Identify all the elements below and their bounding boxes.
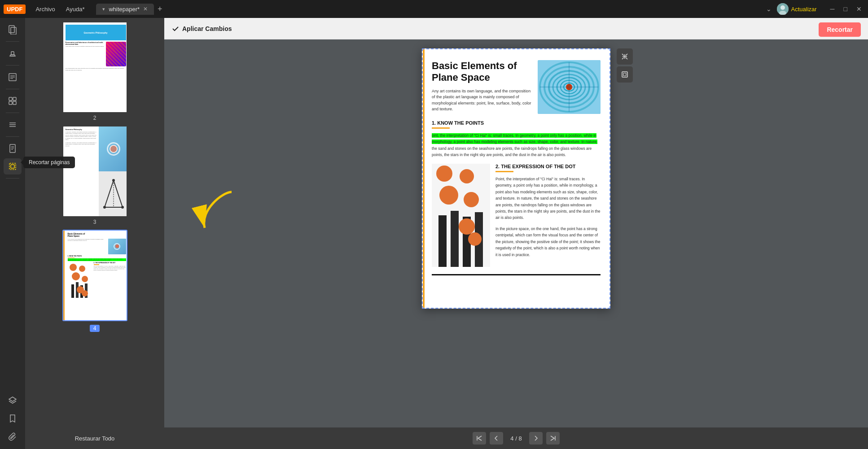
main-layout: Recortar páginas <box>0 18 868 449</box>
svg-rect-60 <box>451 211 459 267</box>
thumbnail-panel: Geometric Philosophy Preservation and In… <box>25 18 164 449</box>
pdf-intro-text: Any art contains its own language, and t… <box>432 88 532 113</box>
pdf-main-title: Basic Elements of Plane Space <box>432 60 532 84</box>
pdf-content: Basic Elements of Plane Space Any art co… <box>423 49 609 284</box>
section2-text2: In the picture space, on the one hand, t… <box>495 226 601 258</box>
next-page-button[interactable] <box>529 432 543 445</box>
bookmark-icon-btn[interactable] <box>4 410 22 427</box>
section1-normal-text: the sand and stones on the seashore are … <box>432 146 592 157</box>
separator-6 <box>6 178 19 179</box>
svg-rect-4 <box>11 27 16 35</box>
apply-changes-button[interactable]: Aplicar Cambios <box>171 25 232 33</box>
svg-point-33 <box>79 266 85 272</box>
svg-rect-6 <box>11 52 14 55</box>
svg-rect-12 <box>9 97 12 100</box>
add-tab-icon[interactable]: + <box>158 4 162 14</box>
last-page-icon <box>550 435 556 441</box>
section2-title: 2. THE EXPRESSION OF THE DOT <box>495 164 601 169</box>
svg-point-1 <box>780 5 785 10</box>
svg-rect-24 <box>11 165 14 168</box>
tab-bar: ▾ whitepaper* ✕ + <box>96 4 766 15</box>
thumbnail-item-2[interactable]: Geometric Philosophy Preservation and In… <box>29 22 161 121</box>
attachment-icon-btn[interactable] <box>4 428 22 445</box>
layers-icon-btn[interactable] <box>4 392 22 409</box>
next-page-icon <box>533 435 539 441</box>
arrow-annotation <box>191 187 250 243</box>
svg-rect-36 <box>71 284 74 298</box>
menu-bar: Archivo Ayuda* <box>31 4 89 14</box>
sidebar-bottom <box>4 392 22 449</box>
svg-point-29 <box>112 179 115 182</box>
user-section: Actualizar <box>777 3 817 15</box>
thumbnail-item-3[interactable]: Geometric Philosophy In geometry, topolo… <box>29 126 161 225</box>
pdf-title-section: Basic Elements of Plane Space Any art co… <box>432 60 532 114</box>
svg-rect-65 <box>622 72 627 77</box>
stamp-icon-btn[interactable] <box>4 45 22 61</box>
separator-2 <box>6 65 19 65</box>
expand-icon <box>621 53 628 60</box>
thumbnail-card-3[interactable]: Geometric Philosophy In geometry, topolo… <box>62 126 127 217</box>
svg-point-55 <box>436 166 452 182</box>
thumbnail-card-2[interactable]: Geometric Philosophy Preservation and In… <box>62 22 127 113</box>
svg-point-35 <box>82 276 88 282</box>
restore-all-button[interactable]: Restaurar Todo <box>29 432 161 445</box>
crop-pages-icon-btn[interactable]: Recortar páginas <box>4 158 22 174</box>
svg-point-64 <box>468 232 482 246</box>
pages-icon-btn[interactable] <box>4 22 22 38</box>
expand-tool-button[interactable] <box>617 48 633 65</box>
section1-title: 1. KNOW THE POINTS <box>432 120 601 126</box>
thumbnail-number-2: 2 <box>93 115 96 121</box>
thumbnail-number-4: 4 <box>90 325 100 332</box>
svg-rect-15 <box>13 101 16 105</box>
orange-bar <box>423 49 425 308</box>
list-icon-btn[interactable] <box>4 117 22 133</box>
thumbnail-item-4[interactable]: Basic Elements ofPlane Space Any art con… <box>29 230 161 332</box>
svg-rect-66 <box>623 73 626 76</box>
svg-marker-25 <box>9 397 16 401</box>
svg-point-30 <box>103 206 106 209</box>
tab-dropdown-icon[interactable]: ▾ <box>102 6 105 12</box>
section2: 2. THE EXPRESSION OF THE DOT Point, the … <box>432 164 601 267</box>
svg-point-57 <box>439 186 458 205</box>
maximize-button[interactable]: □ <box>841 4 850 13</box>
separator-1 <box>6 41 19 42</box>
window-controls: ─ □ ✕ <box>828 4 864 13</box>
dot-art-image <box>432 164 490 267</box>
crop-tool-button[interactable] <box>617 66 633 83</box>
avatar <box>777 3 789 15</box>
section2-underline <box>495 171 513 172</box>
tab-close-icon[interactable]: ✕ <box>143 6 148 12</box>
minimize-button[interactable]: ─ <box>828 4 837 13</box>
first-page-button[interactable] <box>473 432 486 445</box>
menu-archivo[interactable]: Archivo <box>31 4 59 14</box>
document-icon-btn[interactable] <box>4 140 22 157</box>
recortar-button[interactable]: Recortar <box>819 22 861 37</box>
prev-page-button[interactable] <box>490 432 503 445</box>
restore-section: Restaurar Todo <box>29 427 161 445</box>
section1-underline <box>432 127 450 129</box>
thumbnail-preview-2: Geometric Philosophy Preservation and In… <box>63 22 127 112</box>
thumbnail-card-4[interactable]: Basic Elements ofPlane Space Any art con… <box>62 230 127 321</box>
edit-icon-btn[interactable] <box>4 69 22 85</box>
close-button[interactable]: ✕ <box>854 4 864 13</box>
sidebar-icons: Recortar páginas <box>0 18 25 449</box>
svg-rect-13 <box>13 97 16 100</box>
active-tab[interactable]: ▾ whitepaper* ✕ <box>96 4 154 15</box>
title-bar: UPDF Archivo Ayuda* ▾ whitepaper* ✕ + ⌄ … <box>0 0 868 18</box>
svg-point-56 <box>460 169 474 183</box>
pdf-header-image <box>538 60 601 114</box>
separator-3 <box>6 89 19 89</box>
update-button[interactable]: Actualizar <box>791 6 817 13</box>
thumbnail-preview-4: Basic Elements ofPlane Space Any art con… <box>63 231 127 320</box>
menu-ayuda[interactable]: Ayuda* <box>61 4 89 14</box>
separator-4 <box>6 113 19 113</box>
last-page-button[interactable] <box>546 432 560 445</box>
titlebar-right: ⌄ Actualizar ─ □ ✕ <box>766 3 864 15</box>
section2-text1: Point, the interpretation of "Ci Hai" is… <box>495 176 601 221</box>
prev-page-icon <box>493 435 500 441</box>
window-dropdown-icon[interactable]: ⌄ <box>766 5 772 13</box>
page-tools <box>617 48 633 83</box>
svg-rect-3 <box>9 26 14 33</box>
section1-highlighted-text: oint, the interpretation of "Ci Hai" is:… <box>432 133 597 144</box>
grid-icon-btn[interactable] <box>4 93 22 109</box>
